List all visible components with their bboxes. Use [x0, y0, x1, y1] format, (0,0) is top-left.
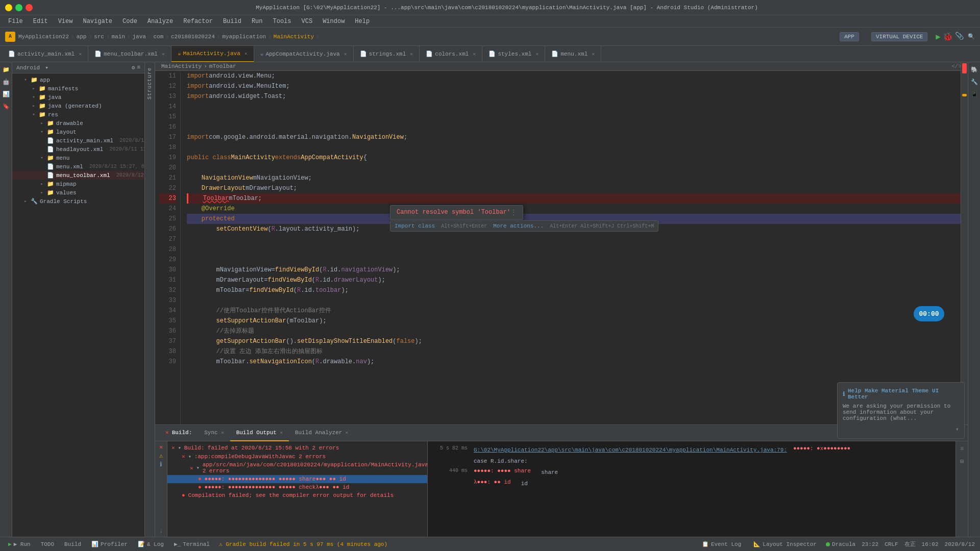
- tab-close-mainactivity[interactable]: ✕: [244, 51, 248, 57]
- tree-java-generated[interactable]: ▸ 📁 java (generated): [12, 102, 144, 110]
- right-icon-build[interactable]: 🔧: [969, 77, 979, 87]
- btab-close-build-analyzer[interactable]: ✕: [345, 430, 348, 436]
- btab-build-analyzer[interactable]: Build Analyzer ✕: [289, 425, 354, 441]
- minimize-button[interactable]: [5, 4, 12, 11]
- right-icon-device[interactable]: 📱: [969, 89, 979, 99]
- tree-res[interactable]: ▾ 📁 res: [12, 110, 144, 119]
- menu-code[interactable]: Code: [118, 17, 141, 26]
- tree-menu-xml[interactable]: 📄 menu.xml 2020/8/12 15:27, 616 B 27 min…: [12, 162, 144, 171]
- layout-inspector-btn[interactable]: 📐 Layout Inspector: [750, 540, 820, 548]
- tree-drawable[interactable]: ▸ 📁 drawable: [12, 119, 144, 128]
- todo-btn[interactable]: TODO: [38, 540, 57, 548]
- sidebar-collapse[interactable]: ≡: [137, 64, 140, 71]
- build-item-error1[interactable]: ● ●●●●●: ●●●●●●●●●●●●●● ●●●●● share●●● ●…: [167, 475, 427, 483]
- tree-menu-toolbar-xml[interactable]: 📄 menu_toolbar.xml 2020/8/12 15:50, 757 …: [12, 171, 144, 180]
- build-info-filter[interactable]: ℹ: [160, 461, 162, 468]
- bc-com[interactable]: com: [154, 34, 164, 40]
- bc-pkg[interactable]: c201801020224: [171, 34, 215, 40]
- menu-navigate[interactable]: Navigate: [79, 17, 116, 26]
- bc-myapp[interactable]: myapplication: [222, 34, 266, 40]
- event-log-btn[interactable]: 📋 Event Log: [699, 540, 744, 548]
- menu-window[interactable]: Window: [318, 17, 349, 26]
- project-icon[interactable]: 📁: [1, 64, 11, 74]
- tab-activity-main[interactable]: 📄 activity_main.xml ✕: [2, 46, 88, 62]
- bc-mainactivity[interactable]: MainActivity: [274, 34, 314, 40]
- tree-app[interactable]: ▾ 📁 app: [12, 76, 144, 84]
- log-btn[interactable]: 📝 & Log: [135, 540, 167, 548]
- tree-activity-main[interactable]: 📄 activity_main.xml 2020/8/12 15:47, 1.3…: [12, 136, 144, 145]
- menu-file[interactable]: File: [4, 17, 27, 26]
- build-error-filter[interactable]: ✕: [159, 443, 163, 451]
- tree-mipmap[interactable]: ▸ 📁 mipmap: [12, 180, 144, 188]
- structure-label[interactable]: Structure: [147, 67, 153, 99]
- encoding-label[interactable]: CRLF: [885, 541, 898, 547]
- btab-build-output[interactable]: Build Output ✕: [230, 425, 289, 441]
- search-everywhere[interactable]: 🔍: [968, 34, 975, 40]
- bc-main[interactable]: main: [111, 34, 125, 40]
- tab-close-styles[interactable]: ✕: [535, 51, 538, 57]
- tab-close-colors[interactable]: ✕: [473, 51, 476, 57]
- close-button[interactable]: [26, 4, 33, 11]
- tree-menu-folder[interactable]: ▾ 📁 menu: [12, 154, 144, 162]
- android-dropdown[interactable]: ▾: [45, 64, 48, 71]
- run-status-btn[interactable]: ▶ ▶ Run: [5, 540, 34, 548]
- tab-close-menu[interactable]: ✕: [592, 51, 595, 57]
- btab-close-build-output[interactable]: ✕: [280, 430, 283, 436]
- menu-build[interactable]: Build: [219, 17, 246, 26]
- menu-help[interactable]: Help: [351, 17, 374, 26]
- bc-src[interactable]: src: [94, 34, 104, 40]
- build-item-failed[interactable]: ✕ ▾ Build: failed at 2020/8/12 15:58 wit…: [167, 443, 427, 452]
- build-expand[interactable]: ▾: [178, 445, 181, 451]
- bc-app2[interactable]: app: [77, 34, 87, 40]
- position-label[interactable]: 23:22: [862, 541, 878, 547]
- tab-colors[interactable]: 📄 colors.xml ✕: [420, 46, 482, 62]
- device-selector[interactable]: VIRTUAL DEVICE: [871, 32, 927, 41]
- sidebar-settings[interactable]: ⚙: [132, 64, 135, 71]
- popup-menu-icon[interactable]: ⋮: [510, 209, 517, 216]
- tree-java[interactable]: ▾ 📁 java: [12, 93, 144, 102]
- tab-close-strings[interactable]: ✕: [410, 51, 413, 57]
- right-icon-gradle[interactable]: 🐘: [969, 64, 979, 74]
- tab-strings[interactable]: 📄 strings.xml ✕: [354, 46, 420, 62]
- tree-headlayout[interactable]: 📄 headlayout.xml 2020/8/11 11:39, 1.18 k…: [12, 145, 144, 154]
- build-item-compile[interactable]: ✕ ▾ :app:compileDebugJavaWithJavac 2 err…: [167, 452, 427, 461]
- build-item-file[interactable]: ✕ ▾ app/src/main/java/com/c201801020224/…: [167, 461, 427, 475]
- menu-refactor[interactable]: Refactor: [179, 17, 217, 26]
- btab-close-sync[interactable]: ✕: [221, 430, 224, 436]
- attach-button[interactable]: 📎: [955, 32, 964, 42]
- menu-run[interactable]: Run: [248, 17, 267, 26]
- run-button[interactable]: ▶: [936, 32, 941, 42]
- notification-expand[interactable]: ▾: [955, 425, 959, 433]
- tab-close-activity-main[interactable]: ✕: [79, 51, 82, 57]
- maximize-button[interactable]: [15, 4, 22, 11]
- tab-styles[interactable]: 📄 styles.xml ✕: [482, 46, 545, 62]
- tree-layout[interactable]: ▾ 📁 layout: [12, 128, 144, 136]
- btab-sync[interactable]: Sync ✕: [198, 425, 230, 441]
- tree-gradle[interactable]: ▸ 🔧 Gradle Scripts: [12, 197, 144, 206]
- menu-view[interactable]: View: [54, 17, 77, 26]
- more-actions[interactable]: More actions...: [493, 223, 544, 229]
- bc-app[interactable]: MyApplication22: [18, 34, 69, 40]
- tab-appcompat[interactable]: ☕ AppCompatActivity.java ✕: [254, 46, 354, 62]
- tab-menu[interactable]: 📄 menu.xml ✕: [545, 46, 601, 62]
- tab-close-menu-toolbar[interactable]: ✕: [162, 51, 165, 57]
- tree-manifests[interactable]: ▸ 📁 manifests: [12, 84, 144, 93]
- menu-analyze[interactable]: Analyze: [143, 17, 177, 26]
- android-icon[interactable]: 🤖: [1, 77, 11, 87]
- bc-java[interactable]: java: [133, 34, 146, 40]
- profiler-btn[interactable]: 📊 Profiler: [88, 540, 131, 548]
- build-scroll-end[interactable]: ↓: [159, 528, 163, 534]
- tab-mainactivity[interactable]: ☕ MainActivity.java ✕: [172, 46, 254, 62]
- bookmarks-icon[interactable]: 🔖: [1, 101, 11, 111]
- compile-expand[interactable]: ▾: [188, 454, 191, 460]
- tab-menu-toolbar[interactable]: 📄 menu_toolbar.xml ✕: [88, 46, 172, 62]
- code-editor[interactable]: MainActivity › mToolbar </> 11 12 13 14 …: [155, 62, 968, 424]
- terminal-btn[interactable]: ▶_ Terminal: [171, 540, 213, 548]
- app-selector[interactable]: APP: [840, 32, 859, 41]
- build-warn-filter[interactable]: ⚠: [159, 452, 163, 460]
- menu-tools[interactable]: Tools: [269, 17, 296, 26]
- build-item-comp-failed[interactable]: ● Compilation failed; see the compiler e…: [167, 491, 427, 499]
- tree-values[interactable]: ▸ 📁 values: [12, 188, 144, 197]
- code-lines[interactable]: import android.view.Menu; import android…: [181, 71, 968, 424]
- tab-close-appcompat[interactable]: ✕: [344, 51, 347, 57]
